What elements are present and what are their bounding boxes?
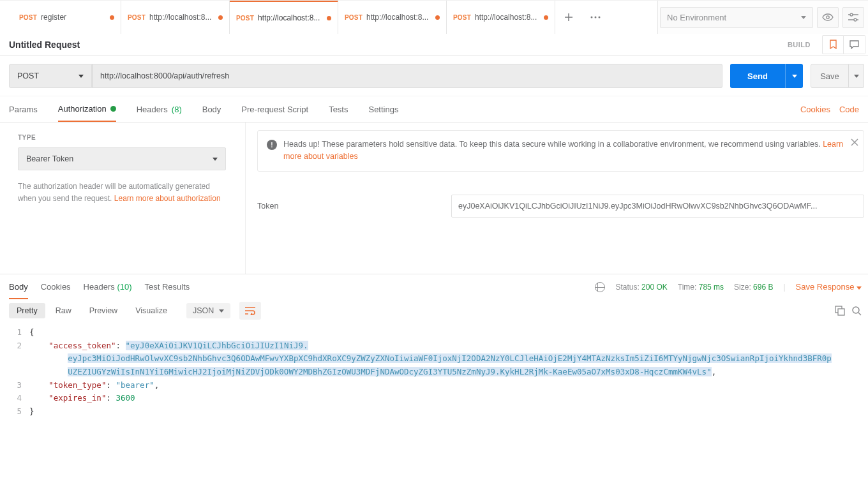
cookies-link[interactable]: Cookies <box>800 105 830 114</box>
chevron-down-icon <box>213 158 218 161</box>
tab-label: http://localhost:8... <box>475 13 537 22</box>
tab-bar: POST register POST http://localhost:8...… <box>0 1 657 34</box>
bookmark-button[interactable] <box>822 35 844 54</box>
code-link[interactable]: Code <box>839 105 859 114</box>
close-button[interactable] <box>851 138 858 146</box>
token-label: Token <box>257 202 449 211</box>
token-input[interactable]: eyJ0eXAiOiJKV1QiLCJhbGciOiJIUzI1NiJ9.eyJ… <box>451 195 864 218</box>
more-tabs-button[interactable] <box>582 1 609 34</box>
wrap-lines-button[interactable] <box>239 302 261 320</box>
info-icon: ! <box>267 140 277 150</box>
headers-count: (8) <box>172 105 182 114</box>
code-line-1: 1{ <box>4 326 868 339</box>
svg-point-1 <box>595 17 597 19</box>
close-icon <box>851 138 858 146</box>
visualize-button[interactable]: Visualize <box>128 303 175 318</box>
tab-label: http://localhost:8... <box>258 13 320 22</box>
notice-bar: ! Heads up! These parameters hold sensit… <box>257 130 864 172</box>
svg-point-4 <box>850 13 853 16</box>
save-group: Save <box>811 64 864 88</box>
env-settings-button[interactable] <box>842 7 864 28</box>
preview-button[interactable]: Preview <box>82 303 125 318</box>
auth-type-label: TYPE <box>18 134 232 141</box>
copy-button[interactable] <box>835 306 845 316</box>
env-quicklook-button[interactable] <box>817 7 839 28</box>
ellipsis-icon <box>590 16 601 19</box>
svg-rect-7 <box>838 309 844 315</box>
size-block: Size: 696 B <box>734 283 773 292</box>
request-title: Untitled Request <box>9 40 80 50</box>
svg-point-3 <box>827 16 829 19</box>
send-options-button[interactable] <box>785 64 803 88</box>
time-value: 785 ms <box>699 283 724 292</box>
tab-3[interactable]: POST http://localhost:8... <box>338 1 447 34</box>
method-select[interactable]: POST <box>9 64 92 88</box>
wrap-icon <box>244 306 256 315</box>
tab-method: POST <box>19 14 37 21</box>
resp-tab-headers[interactable]: Headers (10) <box>84 282 132 292</box>
auth-type-select[interactable]: Bearer Token <box>18 147 226 170</box>
resp-headers-count: (10) <box>117 282 131 292</box>
tab-tests[interactable]: Tests <box>329 96 348 122</box>
response-body-code[interactable]: 1{ 2 "access_token": "eyJ0eXAiOiJKV1QiLC… <box>0 322 868 418</box>
modified-dot-icon <box>544 15 548 20</box>
copy-icon <box>835 306 845 316</box>
environment-select[interactable]: No Environment <box>660 7 813 28</box>
url-input[interactable]: http://localhost:8000/api/auth/refresh <box>92 64 722 88</box>
code-line-2: 2 "access_token": "eyJ0eXAiOiJKV1QiLCJhb… <box>4 339 868 379</box>
tab-prerequest[interactable]: Pre-request Script <box>241 96 308 122</box>
tab-headers[interactable]: Headers (8) <box>137 96 182 122</box>
pretty-button[interactable]: Pretty <box>9 303 45 318</box>
tab-4[interactable]: POST http://localhost:8... <box>447 1 555 34</box>
modified-dot-icon <box>435 15 440 20</box>
environment-bar: No Environment <box>657 1 868 34</box>
globe-icon[interactable] <box>595 282 605 292</box>
request-tabs: Params Authorization Headers (8) Body Pr… <box>0 96 868 122</box>
code-line-3: 3 "token_type": "bearer", <box>4 379 868 392</box>
raw-button[interactable]: Raw <box>48 303 79 318</box>
tab-body[interactable]: Body <box>202 96 221 122</box>
resp-headers-label: Headers <box>84 282 115 292</box>
code-line-4: 4 "expires_in": 3600 <box>4 392 868 405</box>
bookmark-icon <box>829 40 837 49</box>
format-value: JSON <box>193 306 214 315</box>
environment-value: No Environment <box>667 13 726 22</box>
auth-left: TYPE Bearer Token The authorization head… <box>0 122 246 274</box>
save-button[interactable]: Save <box>811 64 849 88</box>
tab-label: http://localhost:8... <box>366 13 428 22</box>
resp-tab-test-results[interactable]: Test Results <box>145 282 190 292</box>
format-select[interactable]: JSON <box>186 303 230 318</box>
build-label[interactable]: BUILD <box>788 41 811 48</box>
chevron-down-icon <box>801 16 806 19</box>
status-block: Status: 200 OK <box>615 283 667 292</box>
tab-1[interactable]: POST http://localhost:8... <box>121 1 230 34</box>
method-value: POST <box>17 71 39 80</box>
svg-point-5 <box>854 19 857 21</box>
auth-description: The authorization header will be automat… <box>18 181 228 205</box>
tab-label: http://localhost:8... <box>149 13 211 22</box>
chevron-down-icon <box>854 75 859 78</box>
response-header: Body Cookies Headers (10) Test Results S… <box>0 274 868 299</box>
modified-dot-icon <box>218 15 223 20</box>
tab-2-active[interactable]: POST http://localhost:8... <box>230 1 338 34</box>
add-tab-button[interactable] <box>555 1 582 34</box>
search-button[interactable] <box>851 306 862 316</box>
tab-authorization[interactable]: Authorization <box>58 96 116 122</box>
resp-tab-body[interactable]: Body <box>9 282 28 299</box>
save-options-button[interactable] <box>849 64 864 88</box>
tab-0[interactable]: POST register <box>13 1 121 34</box>
tab-label: register <box>41 13 66 22</box>
auth-learn-more-link[interactable]: Learn more about authorization <box>114 194 221 203</box>
plus-icon <box>564 13 573 22</box>
save-response-button[interactable]: Save Response <box>796 282 862 292</box>
url-value: http://localhost:8000/api/auth/refresh <box>100 71 229 80</box>
resp-tab-cookies[interactable]: Cookies <box>41 282 71 292</box>
modified-dot-icon <box>110 15 114 20</box>
tab-params[interactable]: Params <box>9 96 38 122</box>
tab-method: POST <box>453 14 471 21</box>
comments-button[interactable] <box>844 35 865 54</box>
modified-dot-icon <box>327 16 331 20</box>
send-group: Send <box>730 64 803 88</box>
tab-settings[interactable]: Settings <box>368 96 398 122</box>
send-button[interactable]: Send <box>730 64 785 88</box>
